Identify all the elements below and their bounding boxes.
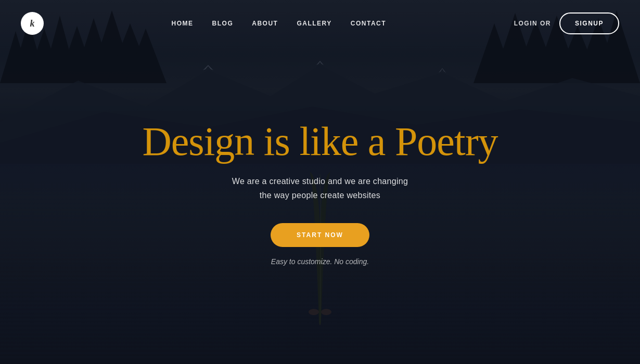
nav-auth: LOGIN OR SIGNUP [514, 12, 619, 34]
nav-gallery[interactable]: GALLERY [297, 20, 331, 27]
logo-button[interactable]: k [21, 12, 44, 35]
hero-subtitle-line1: We are a creative studio and we are chan… [232, 177, 408, 186]
nav-blog[interactable]: BLOG [212, 20, 234, 27]
hero-section: k HOME BLOG ABOUT GALLERY CONTACT LOGIN … [0, 0, 640, 364]
hero-subtitle-line2: the way people create websites [260, 191, 380, 200]
logo-letter: k [30, 18, 35, 29]
start-now-button[interactable]: START NOW [271, 223, 369, 247]
nav-links: HOME BLOG ABOUT GALLERY CONTACT [172, 20, 387, 27]
login-text[interactable]: LOGIN OR [514, 20, 551, 27]
nav-contact[interactable]: CONTACT [351, 20, 386, 27]
nav-home[interactable]: HOME [172, 20, 194, 27]
hero-subtitle: We are a creative studio and we are chan… [232, 174, 408, 202]
navbar: k HOME BLOG ABOUT GALLERY CONTACT LOGIN … [0, 0, 640, 47]
nav-about[interactable]: ABOUT [252, 20, 278, 27]
hero-title: Design is like a Poetry [142, 119, 497, 164]
hero-note: Easy to customize. No coding. [271, 257, 369, 266]
signup-button[interactable]: SIGNUP [559, 12, 619, 34]
hero-content: Design is like a Poetry We are a creativ… [142, 119, 497, 266]
